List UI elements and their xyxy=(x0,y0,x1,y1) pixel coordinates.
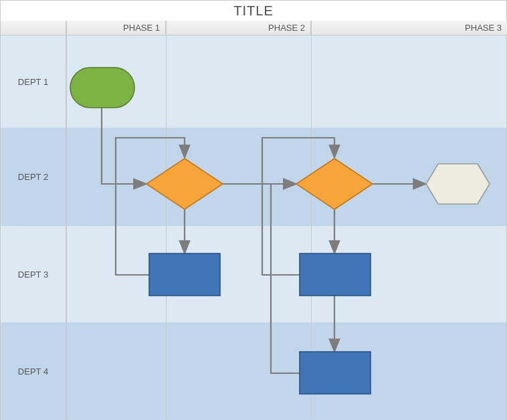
dept-label: DEPT 1 xyxy=(18,77,48,87)
swimlane-4 xyxy=(66,322,506,420)
dept-label: DEPT 2 xyxy=(18,172,48,182)
phase-header-3: PHASE 3 xyxy=(311,21,507,35)
swimlane-2 xyxy=(66,128,506,226)
dept-label: DEPT 4 xyxy=(18,366,48,377)
dept-label: DEPT 3 xyxy=(18,270,48,280)
dept-header-4: DEPT 4 xyxy=(1,322,66,420)
dept-header-2: DEPT 2 xyxy=(1,128,66,226)
swimlane-3 xyxy=(66,226,506,322)
swimlane-diagram: TITLE PHASE 1 PHASE 2 PHASE 3 DEPT 1 DEP… xyxy=(0,0,507,420)
swimlane-1 xyxy=(66,35,506,128)
dept-header-1: DEPT 1 xyxy=(1,35,66,128)
phase-header-2: PHASE 2 xyxy=(166,21,311,35)
dept-header-3: DEPT 3 xyxy=(1,226,66,322)
phase-header-1: PHASE 1 xyxy=(66,21,166,35)
diagram-title: TITLE xyxy=(1,1,506,21)
phase-header-corner xyxy=(1,21,66,35)
